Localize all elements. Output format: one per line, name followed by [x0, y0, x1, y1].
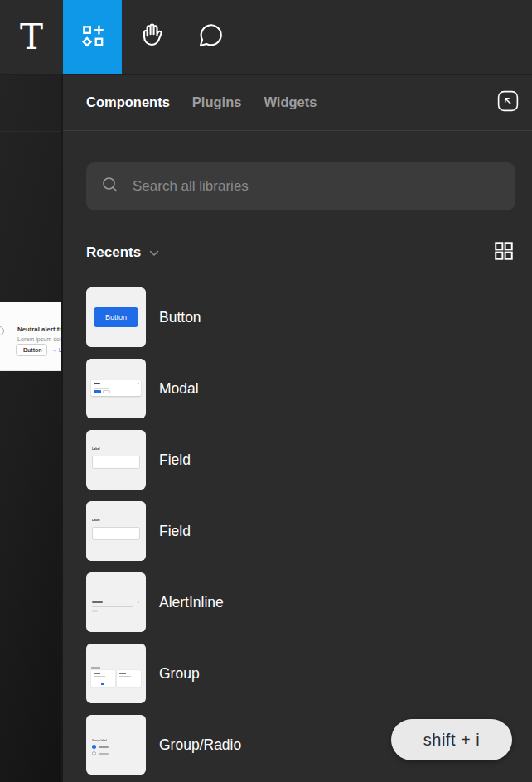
mini-group-card: [117, 670, 141, 687]
component-thumbnail-alert: [86, 572, 146, 632]
recents-section-toggle[interactable]: Recents: [86, 244, 159, 261]
info-circle-icon: [0, 326, 4, 335]
mini-alert-close-dot: [138, 601, 139, 603]
arrow-up-left-square-icon: [497, 90, 519, 115]
component-thumbnail-field: Label: [86, 430, 146, 490]
alert-body-text: Lorem ipsum dolor amet consec: [17, 335, 63, 342]
tab-components[interactable]: Components: [86, 94, 170, 110]
comment-tool-button[interactable]: [181, 0, 239, 74]
mini-radio-group-label: Group label: [92, 739, 107, 742]
tab-widgets[interactable]: Widgets: [264, 94, 317, 110]
alert-title: Neutral alert title: [17, 326, 63, 333]
component-thumbnail-group: [86, 644, 146, 703]
list-item-field[interactable]: Label Field: [86, 430, 515, 490]
open-library-button[interactable]: [497, 92, 519, 113]
comment-icon: [196, 22, 225, 53]
figma-app: T: [0, 0, 532, 782]
mini-modal-primary-button: [94, 390, 101, 393]
text-tool-button[interactable]: T: [0, 0, 63, 74]
component-name: Group/Radio: [159, 736, 241, 754]
component-name: Group: [159, 665, 200, 683]
component-name: Field: [159, 451, 191, 469]
list-item-field-2[interactable]: Label Field: [86, 501, 515, 561]
component-name: AlertInline: [159, 594, 224, 611]
component-name: Field: [159, 523, 191, 540]
components-panel: Components Plugins Widgets: [63, 75, 532, 782]
mini-group-blue-chip: [101, 683, 104, 686]
mini-alert-title-line: [92, 601, 103, 603]
list-item-alertinline[interactable]: AlertInline: [86, 572, 515, 632]
tab-plugins[interactable]: Plugins: [192, 94, 242, 110]
skeleton-line: [119, 676, 131, 677]
mini-alert-body-line: [92, 606, 133, 607]
mini-radio-unselected: [92, 751, 96, 755]
components-list: Button Button Modal L: [86, 287, 515, 775]
component-thumbnail-radio: Group label: [86, 715, 146, 775]
list-item-modal[interactable]: Modal: [86, 359, 515, 418]
component-thumbnail-field: Label: [86, 501, 146, 561]
grid-view-icon: [493, 240, 515, 265]
mini-modal-body-line: [94, 388, 109, 389]
shortcut-hint-badge: shift + i: [391, 719, 512, 760]
mini-button: Button: [94, 307, 138, 327]
component-thumbnail-button: Button: [86, 287, 146, 347]
mini-field-input: [92, 456, 140, 469]
skeleton-line: [119, 678, 128, 678]
skeleton-line: [99, 746, 109, 748]
search-bar: [86, 162, 515, 210]
hand-icon: [138, 22, 166, 53]
panel-tabbar: Components Plugins Widgets: [63, 75, 532, 131]
search-input[interactable]: [133, 178, 501, 195]
mini-group-card: [91, 670, 115, 687]
hand-tool-button[interactable]: [122, 0, 181, 74]
text-tool-icon: T: [20, 20, 43, 55]
mini-group-label-line: [91, 667, 100, 669]
mini-radio-selected: [92, 745, 96, 749]
toolbar: T: [0, 0, 532, 75]
skeleton-line: [94, 673, 100, 674]
skeleton-line: [119, 673, 126, 674]
canvas-area: Neutral alert title Lorem ipsum dolor am…: [0, 75, 63, 782]
mini-modal-secondary-button: [103, 390, 110, 393]
mini-modal-title-line: [94, 383, 100, 384]
mini-field-label: Label: [92, 447, 99, 451]
alert-component-preview: Neutral alert title Lorem ipsum dolor am…: [0, 302, 63, 371]
canvas-frame-edge: [0, 131, 61, 132]
component-name: Modal: [159, 380, 199, 398]
list-item-group[interactable]: Group: [86, 644, 515, 703]
grid-view-toggle-button[interactable]: [492, 241, 515, 264]
mini-modal: [91, 380, 141, 396]
skeleton-line: [94, 678, 103, 678]
skeleton-line: [94, 676, 105, 677]
alert-button-label: Button: [23, 347, 42, 354]
list-item-button[interactable]: Button Button: [86, 287, 515, 347]
mini-field-label: Label: [92, 519, 99, 522]
component-name: Button: [159, 309, 201, 326]
chevron-down-icon: [149, 245, 159, 260]
mini-field-input: [92, 527, 140, 540]
alert-button: Button: [16, 344, 47, 356]
skeleton-line: [99, 753, 109, 755]
mini-alert-button: [92, 610, 98, 612]
search-icon: [101, 176, 119, 197]
recents-header: Recents: [86, 240, 515, 265]
mini-modal-close-dot: [138, 383, 139, 384]
recents-title: Recents: [86, 244, 141, 261]
component-thumbnail-modal: [86, 359, 146, 418]
insert-component-tool-button[interactable]: [63, 0, 122, 74]
alert-link-text: → Link text: [51, 347, 63, 354]
component-icon: [79, 22, 107, 53]
